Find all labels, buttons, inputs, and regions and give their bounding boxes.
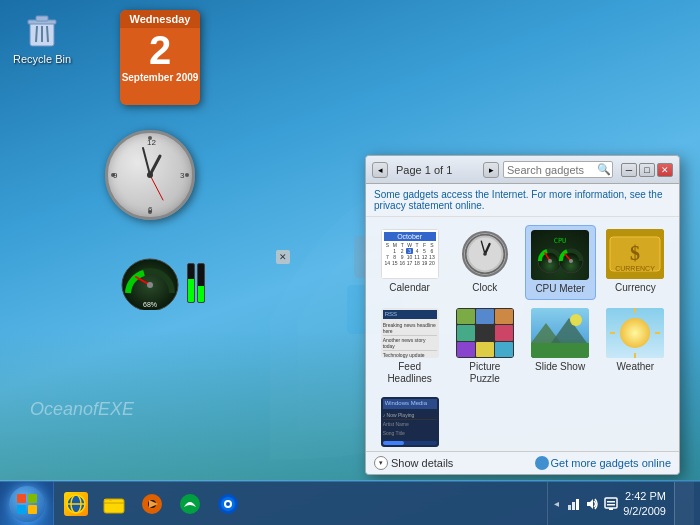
svg-point-24 [147, 282, 153, 288]
gadget-item-clock[interactable]: Clock [449, 225, 520, 300]
search-icon[interactable]: 🔍 [597, 163, 611, 176]
cpu-widget-close[interactable]: ✕ [276, 250, 290, 264]
svg-rect-70 [605, 498, 617, 508]
weather-thumbnail [606, 308, 664, 358]
gadget-label-clock: Clock [472, 282, 497, 294]
gadget-item-calendar[interactable]: October SMTWTFS 123456 78910111213 14151… [374, 225, 445, 300]
svg-point-11 [185, 173, 189, 177]
currency-thumb-svg: $ CURRENCY [606, 229, 664, 279]
gadget-item-windows-media[interactable]: Windows Media ♪ Now Playing Artist Name … [374, 393, 445, 451]
gadgets-next-btn[interactable]: ▸ [483, 162, 499, 178]
gadget-thumb-feed: RSS Breaking news headline here Another … [381, 308, 439, 358]
more-gadgets-link[interactable]: Get more gadgets online [535, 456, 671, 470]
clock-thumb-svg [464, 231, 506, 277]
maximize-button[interactable]: □ [639, 163, 655, 177]
slideshow-thumbnail [531, 308, 589, 358]
gadget-thumb-slideshow [531, 308, 589, 358]
calendar-day-number: 2 [149, 30, 171, 70]
gadgets-prev-btn[interactable]: ◂ [372, 162, 388, 178]
slideshow-thumb-svg [531, 308, 589, 358]
taskbar-btn-ie[interactable] [58, 486, 94, 522]
tray-action-center-icon[interactable] [603, 496, 619, 512]
gadgets-info-text: Some gadgets access the Internet. For mo… [366, 184, 679, 217]
mem-bar [197, 263, 205, 303]
minimize-button[interactable]: ─ [621, 163, 637, 177]
svg-text:6: 6 [148, 205, 153, 214]
gadget-label-calendar: Calendar [389, 282, 430, 294]
svg-text:CURRENCY: CURRENCY [616, 265, 656, 272]
tray-network-icon[interactable] [565, 496, 581, 512]
svg-rect-67 [572, 502, 575, 510]
flag-green [28, 494, 37, 503]
gadget-label-weather: Weather [617, 361, 655, 373]
svg-rect-57 [104, 499, 124, 513]
calendar-month-year: September 2009 [122, 72, 199, 83]
explorer-icon [102, 492, 126, 516]
tray-expand-arrow[interactable]: ◂ [554, 498, 559, 509]
gadget-label-slideshow: Slide Show [535, 361, 585, 373]
clock-thumbnail [462, 231, 508, 277]
svg-rect-73 [607, 504, 615, 506]
gadget-item-currency[interactable]: $ CURRENCY Currency [600, 225, 671, 300]
system-clock[interactable]: 2:42 PM 9/2/2009 [623, 489, 670, 518]
network-icon-svg [566, 497, 580, 511]
cpu-thumbnail: CPU [531, 230, 589, 280]
desktop: OceanofEXE Recycle Bin Wednesday 2 Septe… [0, 0, 700, 480]
window-controls: ─ □ ✕ [621, 163, 673, 177]
gadget-thumb-media: Windows Media ♪ Now Playing Artist Name … [381, 397, 439, 447]
messenger-icon [178, 492, 202, 516]
gadget-label-feed: Feed Headlines [378, 361, 441, 385]
gadget-thumb-currency: $ CURRENCY [606, 229, 664, 279]
taskbar-btn-mediacenter[interactable] [210, 486, 246, 522]
cpu-meter-desktop-widget[interactable]: 68% ✕ [120, 255, 210, 310]
recycle-bin-icon[interactable]: Recycle Bin [10, 10, 74, 65]
show-details-button[interactable]: ▾ Show details [374, 456, 453, 470]
taskbar-btn-explorer[interactable] [96, 486, 132, 522]
resource-bars [182, 258, 210, 308]
gadget-item-feed-headlines[interactable]: RSS Breaking news headline here Another … [374, 304, 445, 389]
mediacenter-icon-svg [217, 493, 239, 515]
mediaplayer-icon [140, 492, 164, 516]
volume-icon-svg [585, 497, 599, 511]
mem-fill [198, 286, 204, 301]
clock-face: 12 3 6 9 [105, 130, 195, 220]
svg-rect-47 [531, 343, 589, 358]
svg-text:12: 12 [147, 138, 156, 147]
gadget-item-cpu-meter[interactable]: CPU CPU Meter [525, 225, 596, 300]
gadget-item-slide-show[interactable]: Slide Show [525, 304, 596, 389]
show-desktop-button[interactable] [674, 482, 694, 526]
show-details-label: Show details [391, 457, 453, 469]
clock-desktop-widget[interactable]: 12 3 6 9 [105, 130, 195, 220]
taskbar-btn-mediaplayer[interactable] [134, 486, 170, 522]
svg-point-34 [548, 259, 552, 263]
show-details-arrow-icon: ▾ [374, 456, 388, 470]
tray-volume-icon[interactable] [584, 496, 600, 512]
tray-time: 2:42 PM [625, 489, 666, 503]
taskbar: ◂ [0, 481, 700, 525]
explorer-icon-svg [103, 493, 125, 515]
gadgets-search-input[interactable] [507, 164, 597, 176]
svg-point-31 [483, 252, 487, 256]
flag-red [17, 494, 26, 503]
start-button[interactable] [0, 482, 54, 526]
system-tray: ◂ [547, 482, 700, 525]
gadget-thumb-cpu: CPU [531, 230, 589, 280]
gadget-label-currency: Currency [615, 282, 656, 294]
gadget-item-weather[interactable]: Weather [600, 304, 671, 389]
gadget-label-cpu-meter: CPU Meter [535, 283, 584, 295]
globe-icon [535, 456, 549, 470]
svg-line-7 [36, 26, 37, 42]
cpu-bar [187, 263, 195, 303]
close-button[interactable]: ✕ [657, 163, 673, 177]
gadget-label-puzzle: Picture Puzzle [453, 361, 516, 385]
gadgets-grid: October SMTWTFS 123456 78910111213 14151… [366, 217, 679, 451]
speedometer-svg: 68% [120, 255, 180, 310]
taskbar-buttons [54, 482, 250, 525]
media-thumbnail: Windows Media ♪ Now Playing Artist Name … [381, 397, 439, 447]
calendar-desktop-widget[interactable]: Wednesday 2 September 2009 [120, 10, 200, 105]
currency-thumbnail: $ CURRENCY [606, 229, 664, 279]
svg-line-9 [47, 26, 48, 42]
gadget-item-picture-puzzle[interactable]: Picture Puzzle [449, 304, 520, 389]
taskbar-btn-messenger[interactable] [172, 486, 208, 522]
svg-rect-68 [576, 499, 579, 510]
